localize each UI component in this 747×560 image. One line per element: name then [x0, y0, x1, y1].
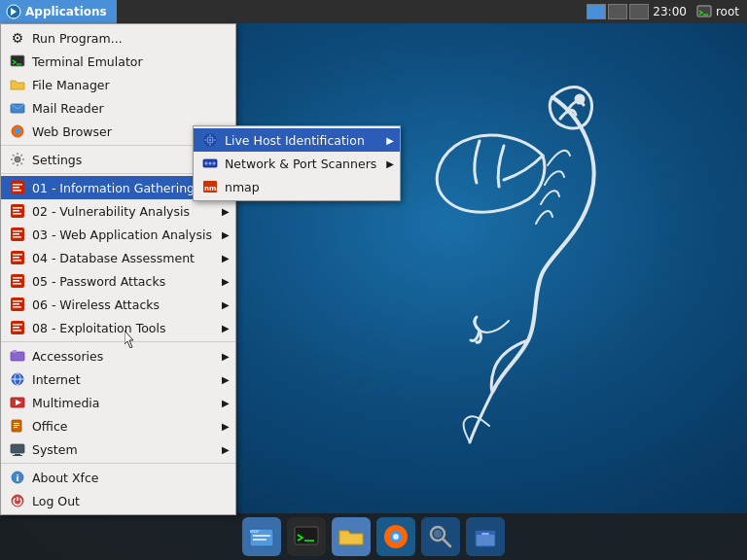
svg-rect-25 [13, 277, 22, 279]
menu-item-office[interactable]: Office ▶ [1, 414, 235, 438]
submenu-item-nmap[interactable]: nmap nmap [194, 175, 400, 198]
menu-item-internet[interactable]: Internet ▶ [1, 368, 235, 391]
svg-rect-47 [11, 444, 24, 453]
settings-icon [9, 151, 26, 168]
arrow-icon: ▶ [376, 135, 394, 146]
arrow-icon: ▶ [212, 206, 230, 217]
submenu-info-gathering: Live Host Identification ▶ Network & Por… [193, 125, 401, 201]
svg-rect-23 [13, 260, 21, 262]
svg-point-7 [15, 157, 20, 162]
svg-rect-18 [13, 233, 19, 235]
arrow-icon: ▶ [212, 253, 230, 263]
menu-item-accessories[interactable]: Accessories ▶ [1, 344, 235, 368]
svg-rect-29 [13, 300, 22, 302]
separator-3 [1, 341, 235, 342]
application-menu: ⚙ Run Program... Terminal Emulator [0, 23, 236, 515]
clock: 23:00 [653, 5, 687, 18]
kali-dragon [358, 78, 669, 447]
svg-rect-22 [13, 257, 19, 259]
svg-rect-63 [253, 535, 270, 537]
arrow-icon: ▶ [212, 374, 230, 385]
svg-rect-17 [13, 230, 22, 232]
svg-rect-36 [11, 352, 24, 361]
arrow-icon: ▶ [212, 323, 230, 333]
workspace-3[interactable] [629, 4, 649, 19]
svg-rect-13 [13, 207, 22, 209]
svg-point-57 [205, 162, 208, 165]
taskbar-left: Applications [0, 0, 117, 23]
svg-point-71 [434, 530, 442, 538]
dock-item-terminal[interactable] [287, 517, 326, 556]
svg-rect-11 [13, 190, 21, 192]
svg-rect-27 [13, 283, 21, 285]
svg-text:i: i [17, 473, 19, 483]
logout-icon [9, 492, 26, 509]
terminal-icon [9, 52, 26, 70]
svg-point-55 [209, 139, 211, 141]
svg-rect-9 [13, 184, 22, 186]
mail-icon [9, 99, 26, 117]
svg-rect-21 [13, 254, 22, 256]
accessories-icon [9, 347, 26, 365]
svg-rect-64 [253, 539, 267, 541]
internet-icon [9, 370, 26, 388]
svg-rect-74 [481, 533, 489, 535]
svg-point-68 [393, 534, 399, 540]
dock-item-archive[interactable] [466, 517, 505, 556]
dock-item-folder[interactable] [332, 517, 371, 556]
svg-text:nmap: nmap [204, 185, 218, 192]
exploitation-tools-icon [9, 319, 26, 336]
svg-rect-37 [13, 350, 17, 353]
dock [0, 513, 747, 560]
menu-item-wireless-attacks[interactable]: 06 - Wireless Attacks ▶ [1, 293, 235, 316]
menu-item-run-program[interactable]: ⚙ Run Program... [1, 26, 235, 50]
svg-rect-31 [13, 306, 21, 308]
menu-item-file-manager[interactable]: File Manager [1, 73, 235, 96]
arrow-icon: ▶ [212, 421, 230, 432]
svg-rect-45 [14, 425, 19, 426]
menu-item-multimedia[interactable]: Multimedia ▶ [1, 391, 235, 414]
menu-item-system[interactable]: System ▶ [1, 438, 235, 461]
workspace-2[interactable] [608, 4, 627, 19]
taskbar-right: 23:00 root [587, 4, 747, 19]
svg-rect-19 [13, 236, 21, 238]
svg-rect-30 [13, 303, 19, 305]
submenu-item-network-scanners[interactable]: Network & Port Scanners ▶ [194, 152, 400, 175]
applications-menu-button[interactable]: Applications [0, 0, 117, 23]
arrow-icon: ▶ [212, 299, 230, 310]
arrow-icon: ▶ [212, 229, 230, 240]
live-host-icon [201, 131, 219, 149]
desktop: Applications 23:00 root ⚙ Run Program. [0, 0, 747, 560]
submenu-item-live-host[interactable]: Live Host Identification ▶ [194, 128, 400, 152]
arrow-icon: ▶ [212, 444, 230, 455]
dock-item-search[interactable] [421, 517, 460, 556]
kali-logo-icon [6, 4, 21, 19]
arrow-icon: ▶ [376, 158, 394, 169]
arrow-icon: ▶ [212, 398, 230, 408]
menu-item-about-xfce[interactable]: i About Xfce [1, 466, 235, 489]
run-icon: ⚙ [9, 29, 26, 47]
svg-rect-14 [13, 210, 19, 212]
svg-rect-34 [13, 327, 19, 329]
menu-item-mail-reader[interactable]: Mail Reader [1, 96, 235, 120]
office-icon [9, 417, 26, 435]
dock-item-browser[interactable] [376, 517, 415, 556]
workspace-1[interactable] [587, 4, 606, 19]
menu-item-terminal[interactable]: Terminal Emulator [1, 50, 235, 73]
arrow-icon: ▶ [212, 276, 230, 287]
menu-item-password-attacks[interactable]: 05 - Password Attacks ▶ [1, 269, 235, 293]
menu-item-web-app-analysis[interactable]: 03 - Web Application Analysis ▶ [1, 223, 235, 246]
svg-rect-46 [14, 427, 18, 428]
menu-item-vuln-analysis[interactable]: 02 - Vulnerability Analysis ▶ [1, 199, 235, 223]
password-attacks-icon [9, 272, 26, 290]
arrow-icon: ▶ [212, 351, 230, 362]
menu-item-db-assessment[interactable]: 04 - Database Assessment ▶ [1, 246, 235, 269]
menu-item-log-out[interactable]: Log Out [1, 489, 235, 512]
dock-item-files[interactable] [242, 517, 281, 556]
workspace-switcher[interactable] [587, 4, 649, 19]
svg-line-70 [443, 539, 450, 546]
multimedia-icon [9, 394, 26, 411]
wireless-attacks-icon [9, 296, 26, 313]
svg-rect-49 [13, 455, 22, 456]
menu-item-exploitation-tools[interactable]: 08 - Exploitation Tools ▶ [1, 316, 235, 339]
